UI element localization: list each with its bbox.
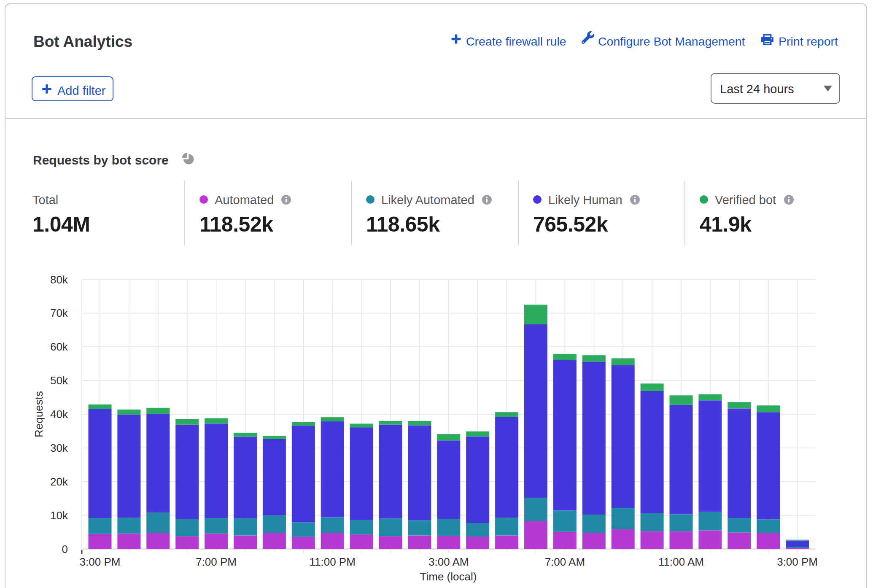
svg-text:11:00 PM: 11:00 PM — [310, 556, 356, 568]
svg-text:20k: 20k — [50, 475, 68, 488]
svg-text:30k: 30k — [50, 442, 68, 454]
svg-text:50k: 50k — [50, 374, 68, 387]
svg-text:60k: 60k — [50, 340, 68, 353]
svg-text:40k: 40k — [50, 408, 68, 421]
svg-text:70k: 70k — [50, 307, 68, 319]
svg-text:7:00 PM: 7:00 PM — [196, 556, 237, 568]
svg-text:3:00 PM: 3:00 PM — [777, 556, 818, 568]
svg-text:3:00 PM: 3:00 PM — [80, 556, 121, 568]
svg-text:11:00 AM: 11:00 AM — [658, 556, 704, 568]
svg-text:7:00 AM: 7:00 AM — [545, 556, 585, 568]
svg-text:80k: 80k — [50, 273, 68, 286]
svg-text:Time (local): Time (local) — [420, 570, 477, 583]
svg-text:10k: 10k — [50, 509, 68, 522]
svg-text:0: 0 — [62, 543, 68, 556]
svg-text:3:00 AM: 3:00 AM — [428, 556, 469, 568]
svg-text:Requests: Requests — [32, 391, 45, 437]
